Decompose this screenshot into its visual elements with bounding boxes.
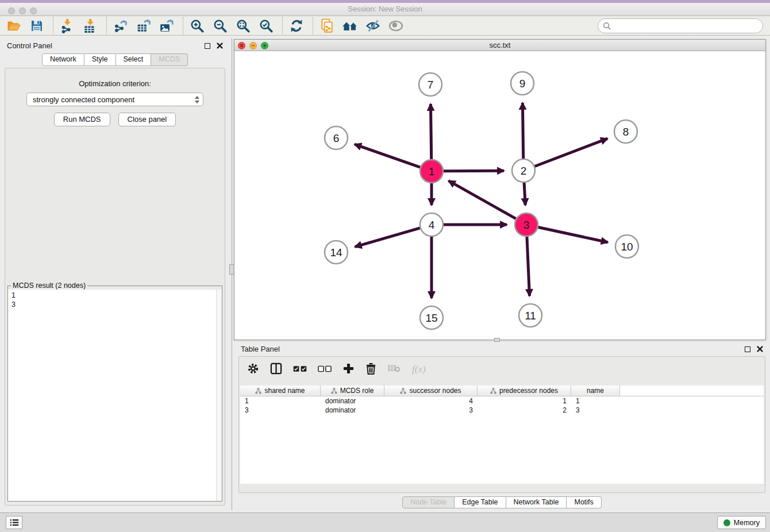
graph-node-3[interactable]: 3: [515, 213, 538, 236]
export-network-icon[interactable]: [113, 18, 129, 34]
cell-successor-nodes[interactable]: 4: [384, 396, 478, 406]
cell-predecessor-nodes[interactable]: 1: [478, 396, 571, 406]
cell-MCDS-role[interactable]: dominator: [321, 396, 384, 406]
zoom-selected-icon[interactable]: [258, 18, 274, 34]
graph-edge-1-6[interactable]: [355, 144, 420, 167]
graph-edge-4-14[interactable]: [355, 228, 420, 247]
graph-edge-1-7[interactable]: [430, 104, 431, 159]
zoom-out-icon[interactable]: [212, 18, 228, 34]
network-canvas[interactable]: 7968124314101511: [234, 52, 765, 340]
cell-shared-name[interactable]: 3: [240, 406, 321, 415]
graph-edge-3-10[interactable]: [538, 227, 608, 242]
mcds-result-list: 1 3: [8, 290, 215, 501]
deselect-all-icon[interactable]: [318, 364, 332, 375]
close-panel-button[interactable]: Close panel: [118, 113, 176, 126]
column-header-successor-nodes[interactable]: successor nodes: [384, 385, 478, 396]
graph-node-9[interactable]: 9: [511, 72, 534, 95]
graph-edge-2-9[interactable]: [522, 103, 523, 159]
tab-node-table[interactable]: Node Table: [402, 496, 455, 509]
delete-table-icon[interactable]: [387, 364, 401, 375]
cell-MCDS-role[interactable]: dominator: [321, 406, 384, 415]
window-accent-border: [0, 0, 770, 3]
close-panel-icon[interactable]: [217, 43, 223, 49]
graph-node-4[interactable]: 4: [420, 213, 443, 236]
float-panel-icon[interactable]: [745, 346, 750, 352]
criterion-select[interactable]: strongly connected component: [26, 92, 203, 106]
select-all-icon[interactable]: [293, 364, 307, 375]
cell-successor-nodes[interactable]: 3: [384, 406, 478, 415]
graph-node-1[interactable]: 1: [420, 160, 443, 183]
close-icon[interactable]: [238, 42, 245, 49]
svg-text:9: 9: [519, 78, 526, 90]
refresh-layout-icon[interactable]: [288, 18, 305, 34]
import-table-icon[interactable]: [82, 18, 98, 34]
cell-predecessor-nodes[interactable]: 2: [478, 406, 571, 415]
graph-node-2[interactable]: 2: [512, 159, 535, 182]
tab-style[interactable]: Style: [84, 53, 116, 66]
graph-node-6[interactable]: 6: [325, 126, 348, 149]
tab-motifs[interactable]: Motifs: [567, 496, 601, 509]
network-window-titlebar[interactable]: scc.txt: [234, 40, 765, 51]
column-header-name[interactable]: name: [571, 385, 620, 396]
table-row[interactable]: 3dominator323: [240, 406, 764, 415]
export-image-icon[interactable]: [159, 18, 175, 34]
tab-mcds[interactable]: MCDS: [151, 53, 188, 66]
criterion-value: strongly connected component: [33, 95, 134, 104]
column-header-MCDS-role[interactable]: MCDS role: [321, 385, 384, 396]
settings-icon[interactable]: [247, 363, 259, 377]
cell-name[interactable]: 3: [571, 406, 620, 415]
search-input[interactable]: [615, 22, 758, 30]
graph-edge-1-2[interactable]: [444, 171, 504, 171]
result-scrollbar[interactable]: [216, 290, 222, 501]
close-panel-icon[interactable]: [757, 346, 763, 352]
run-mcds-button[interactable]: Run MCDS: [54, 113, 110, 126]
function-builder-icon[interactable]: f(x): [412, 364, 426, 375]
table-row[interactable]: 1dominator411: [240, 396, 764, 406]
duplicate-network-icon[interactable]: [319, 18, 335, 34]
zoom-fit-icon[interactable]: [235, 18, 251, 34]
node-table-panel: f(x) shared nameMCDS rolesuccessor nodes…: [238, 356, 765, 493]
graph-edge-2-3[interactable]: [524, 183, 525, 205]
delete-row-icon[interactable]: [365, 363, 376, 377]
open-session-icon[interactable]: [6, 18, 22, 34]
import-network-icon[interactable]: [59, 18, 75, 34]
memory-button[interactable]: Memory: [717, 516, 766, 529]
graph-edge-3-1[interactable]: [449, 181, 516, 219]
column-header-shared-name[interactable]: shared name: [240, 385, 321, 396]
hide-selected-icon[interactable]: [365, 18, 381, 34]
graph-node-14[interactable]: 14: [325, 241, 348, 264]
add-row-icon[interactable]: [342, 363, 355, 377]
graph-node-11[interactable]: 11: [519, 304, 542, 327]
graph-edge-2-8[interactable]: [535, 138, 608, 166]
graph-edge-3-11[interactable]: [527, 237, 530, 296]
search-field[interactable]: [598, 18, 763, 33]
zoom-in-icon[interactable]: [189, 18, 205, 34]
cell-name[interactable]: 1: [571, 396, 620, 406]
zoom-window-icon[interactable]: [30, 7, 37, 14]
minimize-icon[interactable]: [19, 7, 26, 14]
export-table-icon[interactable]: [136, 18, 152, 34]
column-header-predecessor-nodes[interactable]: predecessor nodes: [478, 385, 571, 396]
cell-shared-name[interactable]: 1: [240, 396, 321, 406]
show-columns-icon[interactable]: [270, 363, 282, 377]
maximize-icon[interactable]: [261, 42, 268, 49]
task-history-button[interactable]: [6, 516, 22, 529]
tab-network-table[interactable]: Network Table: [506, 496, 567, 509]
tab-select[interactable]: Select: [116, 53, 152, 66]
graph-node-15[interactable]: 15: [420, 306, 443, 329]
tab-edge-table[interactable]: Edge Table: [455, 496, 506, 509]
close-icon[interactable]: [8, 7, 15, 14]
status-bar: Memory: [0, 512, 770, 532]
mcds-panel: Optimization criterion: strongly connect…: [5, 68, 225, 506]
graph-node-7[interactable]: 7: [419, 73, 442, 96]
graph-node-8[interactable]: 8: [614, 120, 637, 143]
optimization-criterion-label: Optimization criterion:: [5, 79, 225, 88]
float-panel-icon[interactable]: [205, 43, 210, 49]
graph-node-10[interactable]: 10: [615, 235, 638, 258]
select-stepper-icon: [195, 96, 199, 103]
save-session-icon[interactable]: [29, 18, 45, 34]
tab-network[interactable]: Network: [42, 53, 84, 66]
show-all-icon[interactable]: [388, 18, 404, 34]
minimize-icon[interactable]: [249, 42, 257, 49]
first-neighbors-icon[interactable]: [342, 18, 358, 34]
